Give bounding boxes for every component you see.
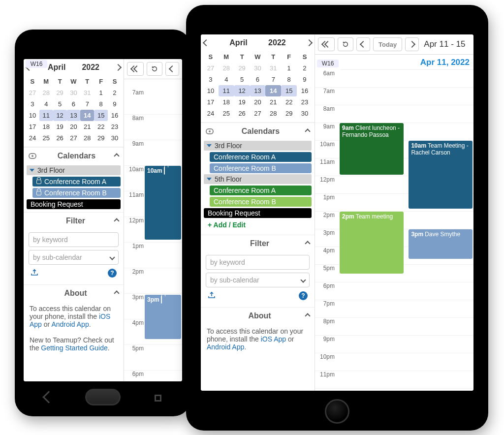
keyword-input[interactable]: by keyword xyxy=(29,232,119,247)
mini-day[interactable]: 21 xyxy=(80,121,94,132)
chevron-up-icon[interactable] xyxy=(305,241,310,246)
mini-day[interactable]: 30 xyxy=(250,62,266,74)
filter-header[interactable]: Filter xyxy=(201,235,315,252)
mini-day[interactable]: 11 xyxy=(39,110,53,121)
next-month-icon[interactable] xyxy=(306,39,313,46)
chevron-up-icon[interactable] xyxy=(305,313,310,318)
getting-started-link[interactable]: Getting Started Guide xyxy=(41,344,107,352)
share-icon[interactable] xyxy=(31,269,38,278)
chevron-up-icon[interactable] xyxy=(114,290,119,296)
mini-day[interactable]: 3 xyxy=(26,98,39,110)
mini-day[interactable]: 28 xyxy=(80,132,94,144)
mini-day[interactable]: 27 xyxy=(67,132,81,144)
mini-day[interactable]: 14 xyxy=(265,85,281,96)
prev-button[interactable] xyxy=(356,37,370,51)
mini-day[interactable]: 30 xyxy=(108,132,122,144)
next-month-icon[interactable] xyxy=(115,64,122,71)
mini-day[interactable]: 21 xyxy=(265,96,281,108)
back-button-icon[interactable] xyxy=(42,391,55,403)
ios-app-link[interactable]: iOS App xyxy=(261,335,286,343)
mini-day[interactable]: 12 xyxy=(234,85,250,96)
mini-day[interactable]: 1 xyxy=(94,87,108,98)
refresh-button[interactable] xyxy=(147,62,162,76)
mini-day[interactable]: 12 xyxy=(53,110,67,121)
mini-day[interactable]: 18 xyxy=(219,96,234,108)
mini-day[interactable]: 24 xyxy=(26,132,39,144)
day-grid[interactable]: 10am3pm 7am8am9am10am11am12pm1pm2pm3pm4p… xyxy=(124,89,182,381)
mini-day[interactable]: 27 xyxy=(203,62,219,74)
eye-icon[interactable] xyxy=(29,153,36,159)
mini-day[interactable]: 17 xyxy=(203,96,219,108)
event[interactable]: 3pmDave Smythe xyxy=(409,229,472,259)
keyword-input[interactable]: by keyword xyxy=(206,255,310,270)
event[interactable]: 2pmTeam meeting xyxy=(340,212,404,274)
mini-day[interactable]: 18 xyxy=(39,121,53,132)
mini-day[interactable]: 26 xyxy=(53,132,67,144)
mini-day[interactable]: 29 xyxy=(94,132,108,144)
mini-day[interactable]: 1 xyxy=(281,62,297,74)
event[interactable]: 3pm xyxy=(145,295,181,339)
calendar-item[interactable]: Conference Room A xyxy=(32,177,121,186)
mini-day[interactable]: 10 xyxy=(26,110,39,121)
mini-day[interactable]: 9 xyxy=(108,98,122,110)
mini-day[interactable]: 19 xyxy=(234,96,250,108)
home-button[interactable] xyxy=(85,389,121,405)
android-app-link[interactable]: Android App xyxy=(207,343,244,351)
mini-day[interactable]: 4 xyxy=(39,98,53,110)
mini-day[interactable]: 2 xyxy=(108,87,122,98)
mini-day[interactable]: 9 xyxy=(297,74,313,85)
calendars-header[interactable]: Calendars xyxy=(24,147,124,164)
mini-day[interactable]: 5 xyxy=(234,74,250,85)
mini-day[interactable]: 23 xyxy=(108,121,122,132)
mini-day[interactable]: 30 xyxy=(297,108,313,119)
mini-day[interactable]: 8 xyxy=(281,74,297,85)
help-icon[interactable]: ? xyxy=(299,291,308,300)
calendar-group[interactable]: 3rd Floor xyxy=(27,165,121,175)
mini-day[interactable]: 28 xyxy=(265,108,281,119)
calendar-item[interactable]: Conference Room B xyxy=(210,163,312,173)
month-label[interactable]: April xyxy=(229,38,247,47)
mini-day[interactable]: 29 xyxy=(281,108,297,119)
home-button[interactable] xyxy=(325,399,349,424)
mini-day[interactable]: 15 xyxy=(94,110,108,121)
day-grid[interactable]: 9amClient luncheon - Fernando Passoa10am… xyxy=(315,70,473,391)
mini-day[interactable]: 7 xyxy=(80,98,94,110)
chevron-up-icon[interactable] xyxy=(114,153,119,158)
mini-day[interactable]: 5 xyxy=(53,98,67,110)
event[interactable]: 10am xyxy=(145,166,181,240)
mini-day[interactable]: 16 xyxy=(108,110,122,121)
android-app-link[interactable]: Android App xyxy=(51,320,89,328)
mini-day[interactable]: 29 xyxy=(53,87,67,98)
mini-day[interactable]: 27 xyxy=(250,108,266,119)
year-label[interactable]: 2022 xyxy=(82,63,99,72)
mini-day[interactable]: 30 xyxy=(67,87,81,98)
calendar-group[interactable]: 3rd Floor xyxy=(204,141,312,151)
mini-day[interactable]: 16 xyxy=(297,85,313,96)
year-label[interactable]: 2022 xyxy=(268,38,286,47)
mini-day[interactable]: 13 xyxy=(250,85,266,96)
share-icon[interactable] xyxy=(208,291,216,300)
mini-day[interactable]: 23 xyxy=(297,96,313,108)
collapse-button[interactable] xyxy=(318,37,335,51)
recent-button-icon[interactable] xyxy=(155,395,161,402)
calendar-item[interactable]: Conference Room A xyxy=(210,186,312,195)
add-edit-button[interactable]: + Add / Edit xyxy=(204,218,312,232)
calendar-item[interactable]: Conference Room B xyxy=(210,197,312,207)
mini-day[interactable]: 17 xyxy=(26,121,39,132)
prev-month-icon[interactable] xyxy=(203,39,210,46)
today-button[interactable]: Today xyxy=(373,37,402,51)
mini-day[interactable]: 13 xyxy=(67,110,81,121)
mini-day[interactable]: 25 xyxy=(219,108,234,119)
mini-day[interactable]: 31 xyxy=(80,87,94,98)
calendar-item[interactable]: Conference Room B xyxy=(32,188,121,198)
calendar-group[interactable]: 5th Floor xyxy=(204,174,312,184)
mini-day[interactable]: 20 xyxy=(67,121,81,132)
calendar-item[interactable]: Booking Request xyxy=(204,208,312,218)
event[interactable]: 10amTeam Meeting - Rachel Carson xyxy=(409,141,472,209)
mini-day[interactable]: 20 xyxy=(250,96,266,108)
subcalendar-select[interactable]: by sub-calendar xyxy=(29,250,119,265)
event[interactable]: 9amClient luncheon - Fernando Passoa xyxy=(340,123,404,175)
mini-day[interactable]: 19 xyxy=(53,121,67,132)
calendar-item[interactable]: Conference Room A xyxy=(210,152,312,162)
mini-day[interactable]: 3 xyxy=(203,74,219,85)
